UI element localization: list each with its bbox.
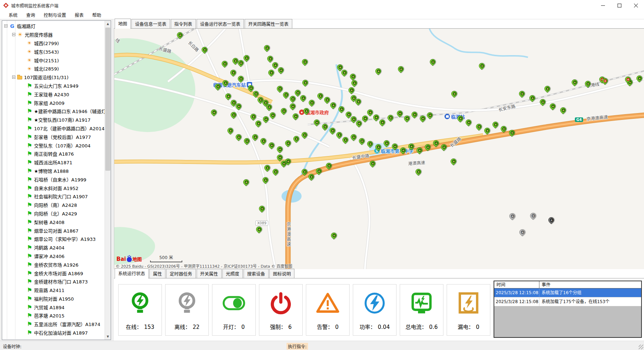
tree-item-29[interactable]: ⚑金桥大市场对面 A1869 bbox=[2, 269, 105, 277]
exec-command-label: 执行指令: bbox=[287, 343, 308, 350]
tree-item-21[interactable]: ⚑向阳桥（南）A2428 bbox=[2, 201, 105, 209]
minimize-button[interactable] bbox=[595, 0, 611, 11]
map-tab-0[interactable]: 地图 bbox=[115, 19, 131, 29]
tree-item-0[interactable]: G临湘路灯 bbox=[2, 22, 105, 30]
device-flag-icon: ⚑ bbox=[27, 253, 32, 259]
tree-item-label: 中石化加油站对面 A1897 bbox=[34, 329, 88, 336]
tree-item-label: 金桥农贸市场 A1926 bbox=[34, 261, 78, 268]
tree-item-label: 城中(2151) bbox=[34, 57, 59, 64]
menu-item-0[interactable]: 系统 bbox=[4, 10, 22, 19]
tree-item-30[interactable]: ⚑金桥建材市场门口 A1873 bbox=[2, 277, 105, 286]
power-icon bbox=[269, 291, 293, 315]
tree-item-25[interactable]: ⚑烟草公司（求知中学）A1933 bbox=[2, 235, 105, 243]
tree-item-35[interactable]: ⚑五里派出所（富源汽配）A1874 bbox=[2, 320, 105, 329]
bottom-tab-1[interactable]: 属性 bbox=[149, 269, 165, 278]
tree-item-36[interactable]: ⚑中石化加油站对面 A1897 bbox=[2, 329, 105, 337]
tree-item-9[interactable]: ⚑陈家组 A2009 bbox=[2, 98, 105, 107]
tree-item-11[interactable]: ⚑★交警队西(107南) A1917 bbox=[2, 116, 105, 124]
tree-item-label: 城西(2799) bbox=[34, 40, 59, 47]
collapse-icon[interactable] bbox=[4, 24, 8, 28]
tree-item-22[interactable]: ⚑向阳桥（北）A2429 bbox=[2, 209, 105, 218]
collapse-icon[interactable] bbox=[12, 33, 15, 36]
menu-item-1[interactable]: 查询 bbox=[22, 10, 39, 19]
bottom-tab-4[interactable]: 光照度 bbox=[222, 269, 243, 278]
status-card-label: 功率： bbox=[360, 324, 376, 330]
main-region: 地图设备信息一览表指令列表设备运行状态一览表开关回路属性一览表 bbox=[114, 19, 644, 341]
close-button[interactable] bbox=[628, 0, 644, 11]
g-icon: G bbox=[9, 23, 15, 29]
device-flag-icon: ⚑ bbox=[27, 117, 32, 123]
status-card-text-force: 强制：6 bbox=[270, 323, 292, 330]
tree-item-label: 芭茅塘 A2015 bbox=[34, 312, 64, 319]
maximize-button[interactable] bbox=[611, 0, 628, 11]
device-flag-icon: ⚑ bbox=[27, 142, 32, 148]
tree-item-18[interactable]: ⚑石咀桥（自来水）A1999 bbox=[2, 175, 105, 184]
tree-item-15[interactable]: ⚑南正街转盘 A1876 bbox=[2, 150, 105, 158]
status-card-lamp-on: 开灯：0 bbox=[212, 284, 256, 336]
tree-item-1[interactable]: ☀光照度传感器 bbox=[2, 30, 105, 39]
tree-item-13[interactable]: ⚑彭家巷（党校后面）A1977 bbox=[2, 132, 105, 141]
status-card-leakage: 漏电：0 bbox=[447, 284, 490, 336]
tree-scrollbar[interactable]: ▲ ▼ bbox=[105, 21, 111, 340]
menu-item-2[interactable]: 控制与设置 bbox=[39, 10, 71, 19]
tree-item-label: 城北(2859) bbox=[34, 65, 59, 72]
tree-item-31[interactable]: ⚑观音路 A2411 bbox=[2, 286, 105, 295]
status-card-force: 强制：6 bbox=[259, 284, 303, 336]
tree-item-3[interactable]: ☀城东(3543) bbox=[2, 47, 105, 56]
device-flag-icon: ⚑ bbox=[27, 287, 32, 293]
tree-item-label: 王家珑巷 A2430 bbox=[34, 91, 69, 98]
map-tab-4[interactable]: 开关回路属性一览表 bbox=[245, 19, 292, 28]
tree-item-27[interactable]: ⚑谭家冲 A2406 bbox=[2, 252, 105, 261]
tree-item-16[interactable]: ⚑城西派出所A1871 bbox=[2, 158, 105, 167]
tree-item-6[interactable]: 107国道沿线(31/31) bbox=[2, 73, 105, 82]
tree-item-8[interactable]: ⚑王家珑巷 A2430 bbox=[2, 90, 105, 98]
bottom-tab-6[interactable]: 图标说明 bbox=[269, 269, 294, 278]
scroll-up-icon[interactable]: ▲ bbox=[105, 21, 111, 27]
tree-item-32[interactable]: ⚑福利院对面 A1950 bbox=[2, 295, 105, 303]
warning-icon bbox=[316, 291, 340, 315]
tree-item-26[interactable]: ⚑鸿鹤路 A2404 bbox=[2, 243, 105, 252]
tree-item-2[interactable]: ☀城西(2799) bbox=[2, 39, 105, 48]
tree-item-4[interactable]: ☀城中(2151) bbox=[2, 56, 105, 64]
tree-item-5[interactable]: ☀城北(2859) bbox=[2, 64, 105, 73]
bottom-tab-2[interactable]: 定时器任务 bbox=[166, 269, 196, 278]
event-log-row-0[interactable]: 2025/3/28 12:15:08系统加载了16个分组 bbox=[494, 288, 641, 297]
map-tab-2[interactable]: 指令列表 bbox=[171, 19, 196, 28]
bottom-tab-3[interactable]: 开关属性 bbox=[197, 269, 222, 278]
menu-item-3[interactable]: 报表 bbox=[71, 10, 88, 19]
folder-icon bbox=[17, 76, 22, 79]
map-tab-1[interactable]: 设备信息一览表 bbox=[131, 19, 170, 28]
tree-item-12[interactable]: ⚑107北（建新中路路口西）A2014 bbox=[2, 124, 105, 133]
tree-item-23[interactable]: ⚑梨树巷 A2408 bbox=[2, 218, 105, 226]
tree-item-33[interactable]: ⚑汽贸城 A1894 bbox=[2, 303, 105, 311]
tree-item-label: 临湘路灯 bbox=[17, 23, 35, 29]
status-card-value: 0.04 bbox=[378, 324, 390, 330]
tree-item-20[interactable]: ⚑社会福利院大门口 A1907 bbox=[2, 192, 105, 201]
status-bar: 设备时钟: 执行指令: bbox=[0, 341, 644, 350]
status-card-value: 6 bbox=[288, 324, 292, 330]
tree-item-14[interactable]: ⚑交警队东（107南）A2004 bbox=[2, 141, 105, 150]
menu-item-4[interactable]: 帮助 bbox=[88, 10, 106, 19]
scrollbar-thumb[interactable] bbox=[105, 28, 110, 171]
bottom-tab-5[interactable]: 搜索设备 bbox=[244, 269, 269, 278]
tree-item-24[interactable]: ⚑烟草公司对面 A1867 bbox=[2, 226, 105, 235]
resize-grip[interactable] bbox=[639, 345, 643, 349]
device-flag-icon: ⚑ bbox=[27, 279, 32, 285]
tree-item-10[interactable]: ⚑★建新中路路口东 A1946（辅道灯） bbox=[2, 107, 105, 116]
tree-item-7[interactable]: ⚑五尖山大门东 A1949 bbox=[2, 82, 105, 90]
tree-item-28[interactable]: ⚑金桥农贸市场 A1926 bbox=[2, 260, 105, 269]
tree-item-17[interactable]: ⚑★博物馆 A1888 bbox=[2, 167, 105, 175]
bottom-tab-0[interactable]: 系统运行状态 bbox=[115, 268, 149, 278]
tree-item-19[interactable]: ⚑自来水斜对面 A1952 bbox=[2, 184, 105, 192]
event-log-row-1[interactable]: 2025/3/28 12:15:08系统加载了175个设备，在线153个 bbox=[494, 297, 641, 306]
minimize-icon bbox=[601, 4, 605, 8]
map-view[interactable]: 线长盛路长白路长安东路京港线长盛中路港澳高速长盛路京港澳高速京港澳高速G4X08… bbox=[114, 29, 644, 269]
scroll-down-icon[interactable]: ▼ bbox=[105, 334, 111, 340]
collapse-icon[interactable] bbox=[12, 76, 15, 79]
tree-item-label: 城东(3543) bbox=[34, 48, 59, 55]
device-flag-icon: ⚑ bbox=[27, 125, 32, 131]
map-tab-3[interactable]: 设备运行状态一览表 bbox=[197, 19, 244, 28]
tree-item-34[interactable]: ⚑芭茅塘 A2015 bbox=[2, 311, 105, 320]
device-flag-icon: ⚑ bbox=[27, 245, 32, 251]
device-flag-icon: ⚑ bbox=[27, 91, 32, 97]
